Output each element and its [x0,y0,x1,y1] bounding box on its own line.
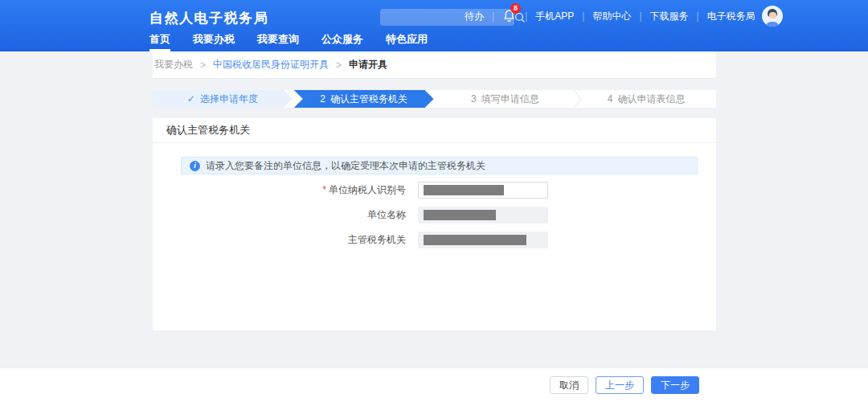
taxpayer-id-input[interactable] [418,182,548,199]
info-icon: i [190,161,200,171]
nav-home[interactable]: 首页 [149,31,170,51]
user-avatar[interactable] [762,6,783,27]
field-label: 单位名称 [153,208,418,222]
form-row-unit-name: 单位名称 [153,207,716,224]
redacted-value [424,210,496,220]
app-title: 自然人电子税务局 [149,9,268,27]
content-column: 我要办税 > 中国税收居民身份证明开具 > 申请开具 ✓ 选择申请年度 2 确认… [153,51,716,330]
main-nav: 首页 我要办税 我要查询 公众服务 特色应用 [149,31,428,51]
next-step-button[interactable]: 下一步 [651,376,699,394]
form-row-taxpayer-id: *单位纳税人识别号 [153,182,716,199]
redacted-value [424,185,504,195]
step-progress: ✓ 选择申请年度 2 确认主管税务机关 3 填写申请信息 4 确认申请表信息 [153,90,716,108]
mobile-app-link[interactable]: 手机APP [535,10,574,23]
help-center-link[interactable]: 帮助中心 [592,10,631,23]
check-icon: ✓ [187,93,195,105]
breadcrumb-certificate[interactable]: 中国税收居民身份证明开具 [213,58,329,72]
step-label: 填写申请信息 [481,92,539,106]
form-row-tax-authority: 主管税务机关 [153,232,716,248]
step-number: 3 [471,93,477,105]
step-number: 2 [320,93,326,105]
etax-bureau-link[interactable]: 电子税务局 [707,10,755,23]
menu-divider: | [525,10,527,22]
required-mark: * [322,184,326,195]
confirm-authority-panel: 确认主管税务机关 i 请录入您要备注的单位信息，以确定受理本次申请的主管税务机关… [153,118,716,330]
app-header: 自然人电子税务局 待办 | 8 | 手机APP | 帮助中心 | 下载服务 | … [0,0,868,51]
panel-body: i 请录入您要备注的单位信息，以确定受理本次申请的主管税务机关 *单位纳税人识别… [153,143,716,248]
step-3-fill-info: 3 填写申请信息 [436,90,575,108]
tax-authority-input [418,232,548,248]
breadcrumb-separator: > [200,59,206,71]
step-number: 4 [608,93,613,105]
avatar-torso [765,22,780,27]
notification-badge: 8 [510,3,521,14]
action-bar: 取消 上一步 下一步 [0,367,868,402]
panel-title: 确认主管税务机关 [153,118,716,143]
cancel-button[interactable]: 取消 [550,376,588,394]
notice-text: 请录入您要备注的单位信息，以确定受理本次申请的主管税务机关 [206,159,485,173]
notice-banner: i 请录入您要备注的单位信息，以确定受理本次申请的主管税务机关 [181,157,698,174]
authority-form: *单位纳税人识别号 单位名称 [153,182,716,248]
field-label: *单位纳税人识别号 [153,183,418,197]
avatar-face [769,12,776,18]
step-1-select-year: ✓ 选择申请年度 [153,90,293,108]
unit-name-input [418,207,548,224]
chevron-right-icon [573,90,583,108]
page-background: 我要办税 > 中国税收居民身份证明开具 > 申请开具 ✓ 选择申请年度 2 确认… [0,51,868,367]
nav-public-service[interactable]: 公众服务 [321,31,363,51]
notification-bell-icon[interactable]: 8 [502,9,517,23]
header-top-menu: 待办 | 8 | 手机APP | 帮助中心 | 下载服务 | 电子税务局 [465,0,783,32]
step-label: 确认主管税务机关 [330,92,407,106]
download-service-link[interactable]: 下载服务 [650,10,689,23]
step-4-confirm-form: 4 确认申请表信息 [576,90,716,108]
breadcrumb-current: 申请开具 [349,58,387,72]
menu-divider: | [639,10,641,22]
nav-tax-handling[interactable]: 我要办税 [193,31,235,51]
nav-featured-apps[interactable]: 特色应用 [386,31,428,51]
menu-divider: | [582,10,584,22]
breadcrumb-tax-handling[interactable]: 我要办税 [154,58,193,72]
todo-link[interactable]: 待办 [465,10,484,23]
breadcrumb-separator: > [336,59,342,71]
prev-step-button[interactable]: 上一步 [596,376,644,394]
field-label: 主管税务机关 [153,233,418,247]
step-label: 选择申请年度 [200,92,258,106]
menu-divider: | [697,10,699,22]
step-label: 确认申请表信息 [617,92,685,106]
step-2-confirm-authority: 2 确认主管税务机关 [294,90,434,108]
breadcrumb: 我要办税 > 中国税收居民身份证明开具 > 申请开具 [153,51,716,79]
menu-divider: | [492,10,494,22]
nav-inquiry[interactable]: 我要查询 [257,31,299,51]
redacted-value [424,235,526,245]
